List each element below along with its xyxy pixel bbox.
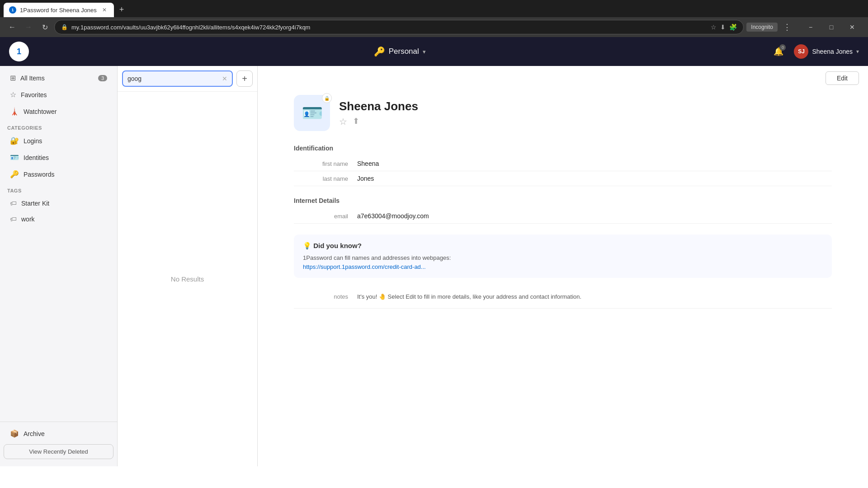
first-name-label: first name: [294, 160, 348, 167]
tab-favicon: 1: [9, 6, 16, 14]
vault-selector[interactable]: 🔑 Personal ▾: [374, 46, 426, 57]
user-profile[interactable]: SJ Sheena Jones ▾: [794, 44, 859, 59]
sidebar-item-all-items[interactable]: ⊞ All Items 3: [4, 70, 113, 86]
email-label: email: [294, 213, 348, 220]
app-header: 1 🔑 Personal ▾ 🔔 0 SJ Sheena Jones ▾: [0, 37, 868, 66]
archive-label: Archive: [24, 430, 107, 437]
search-clear-icon[interactable]: ✕: [222, 75, 227, 82]
sidebar-item-identities[interactable]: 🪪 Identities: [4, 150, 113, 165]
new-tab-button[interactable]: +: [116, 3, 128, 16]
tag-icon-2: 🏷: [10, 215, 17, 223]
share-icon[interactable]: ⬆: [353, 116, 359, 127]
browser-tab[interactable]: 1 1Password for Sheena Jones ✕: [4, 3, 114, 17]
avatar: SJ: [794, 44, 808, 59]
app-body: ⊞ All Items 3 ☆ Favorites 🗼 Watchtower C…: [0, 66, 868, 466]
logins-icon: 🔐: [10, 136, 19, 145]
identity-emoji: 🪪: [302, 103, 323, 123]
identity-icon-container: 🪪 🔒: [294, 95, 330, 131]
close-window-button[interactable]: ✕: [842, 17, 863, 37]
first-name-value: Sheena: [357, 160, 379, 167]
passwords-icon: 🔑: [10, 170, 19, 178]
address-bar[interactable]: 🔒 my.1password.com/vaults/uu3avjbk62y6li…: [54, 20, 744, 34]
lock-icon: 🔒: [61, 24, 68, 30]
list-toolbar: ✕ +: [118, 66, 257, 92]
address-bar-row: ← → ↻ 🔒 my.1password.com/vaults/uu3avjbk…: [0, 17, 868, 37]
sidebar-item-work[interactable]: 🏷 work: [4, 211, 113, 226]
work-label: work: [21, 216, 107, 223]
search-box[interactable]: ✕: [122, 70, 233, 87]
edit-button[interactable]: Edit: [826, 71, 859, 85]
categories-header: CATEGORIES: [0, 120, 117, 132]
email-value: a7e63004@moodjoy.com: [357, 212, 429, 220]
forward-button[interactable]: →: [22, 20, 35, 34]
identities-label: Identities: [24, 154, 107, 161]
identity-icon-badge: 🔒: [322, 93, 332, 103]
tab-close-icon[interactable]: ✕: [100, 6, 108, 14]
url-text: my.1password.com/vaults/uu3avjbk62y6li4f…: [71, 24, 707, 31]
favorite-icon[interactable]: ☆: [339, 116, 347, 127]
notification-button[interactable]: 🔔 0: [770, 43, 787, 60]
did-you-know-text: 1Password can fill names and addresses i…: [303, 253, 823, 263]
extensions-icon[interactable]: 🧩: [729, 23, 737, 31]
watchtower-label: Watchtower: [24, 108, 107, 115]
notes-row: notes It's you! 🤚 Select Edit to fill in…: [294, 285, 832, 309]
back-button[interactable]: ←: [5, 20, 19, 34]
identity-actions: ☆ ⬆: [339, 116, 418, 127]
internet-section-title: Internet Details: [294, 197, 832, 204]
watchtower-icon: 🗼: [10, 107, 19, 116]
all-items-label: All Items: [20, 75, 94, 82]
did-you-know-title: 💡 Did you know?: [303, 242, 823, 250]
sidebar-item-passwords[interactable]: 🔑 Passwords: [4, 166, 113, 182]
sidebar: ⊞ All Items 3 ☆ Favorites 🗼 Watchtower C…: [0, 66, 118, 466]
sidebar-bottom: 📦 Archive View Recently Deleted: [0, 422, 117, 463]
view-recently-deleted-button[interactable]: View Recently Deleted: [4, 444, 113, 459]
search-input[interactable]: [127, 75, 219, 82]
tag-icon-1: 🏷: [10, 199, 17, 207]
detail-toolbar: Edit: [258, 66, 868, 90]
favorites-label: Favorites: [21, 91, 107, 99]
tab-title: 1Password for Sheena Jones: [20, 7, 97, 14]
vault-chevron-icon: ▾: [423, 48, 426, 55]
sidebar-item-favorites[interactable]: ☆ Favorites: [4, 87, 113, 103]
tags-header: TAGS: [0, 183, 117, 195]
app-logo[interactable]: 1: [9, 42, 29, 61]
add-item-button[interactable]: +: [236, 70, 253, 87]
last-name-label: last name: [294, 175, 348, 182]
notes-value: It's you! 🤚 Select Edit to fill in more …: [357, 292, 581, 301]
all-items-badge: 3: [98, 75, 107, 81]
user-name: Sheena Jones: [812, 48, 853, 55]
did-you-know-box: 💡 Did you know? 1Password can fill names…: [294, 235, 832, 278]
minimize-button[interactable]: −: [800, 17, 821, 37]
grid-icon: ⊞: [10, 74, 16, 82]
identities-icon: 🪪: [10, 153, 19, 162]
download-icon[interactable]: ⬇: [720, 23, 726, 31]
identity-info: Sheena Jones ☆ ⬆: [339, 99, 418, 127]
last-name-value: Jones: [357, 175, 374, 182]
sidebar-item-starter-kit[interactable]: 🏷 Starter Kit: [4, 196, 113, 211]
sidebar-item-logins[interactable]: 🔐 Logins: [4, 133, 113, 149]
detail-panel: Edit 🪪 🔒 Sheena Jones ☆ ⬆ Identification: [258, 66, 868, 466]
did-you-know-link[interactable]: https://support.1password.com/credit-car…: [303, 263, 426, 270]
last-name-row: last name Jones: [294, 171, 832, 186]
maximize-button[interactable]: □: [821, 17, 842, 37]
incognito-badge[interactable]: Incognito: [746, 23, 778, 32]
email-row: email a7e63004@moodjoy.com: [294, 209, 832, 224]
browser-tab-bar: 1 1Password for Sheena Jones ✕ +: [0, 0, 868, 17]
sidebar-item-watchtower[interactable]: 🗼 Watchtower: [4, 103, 113, 119]
identity-header: 🪪 🔒 Sheena Jones ☆ ⬆: [294, 95, 832, 131]
bookmark-icon[interactable]: ☆: [711, 23, 717, 31]
header-right: 🔔 0 SJ Sheena Jones ▾: [770, 43, 859, 60]
first-name-row: first name Sheena: [294, 156, 832, 171]
reload-button[interactable]: ↻: [38, 20, 52, 34]
vault-icon: 🔑: [374, 46, 385, 57]
sidebar-item-archive[interactable]: 📦 Archive: [4, 426, 113, 441]
more-options-button[interactable]: ⋮: [780, 20, 794, 34]
star-icon: ☆: [10, 90, 16, 99]
notification-badge: 0: [779, 44, 786, 51]
archive-icon: 📦: [10, 429, 19, 438]
vault-name: Personal: [389, 47, 419, 56]
detail-content: 🪪 🔒 Sheena Jones ☆ ⬆ Identification firs…: [258, 90, 868, 327]
logins-label: Logins: [24, 137, 107, 145]
identification-section-title: Identification: [294, 145, 832, 152]
no-results-message: No Results: [118, 92, 257, 466]
